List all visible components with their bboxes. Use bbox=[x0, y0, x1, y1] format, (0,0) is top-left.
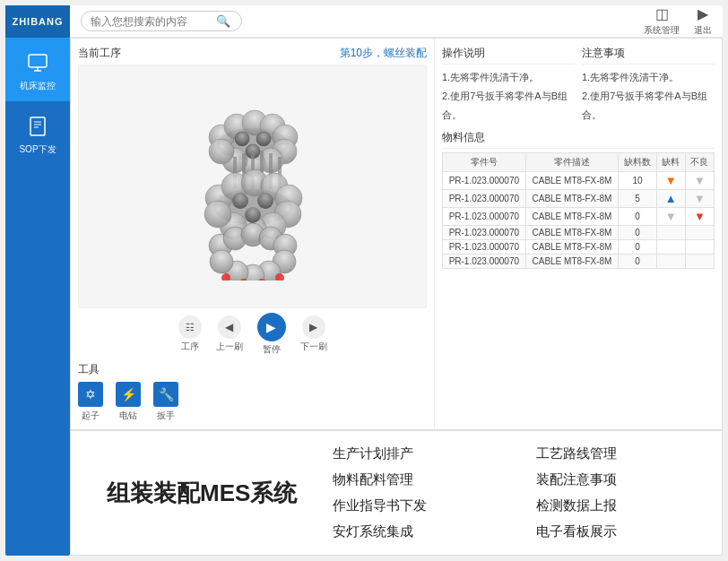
next-icon: ▶ bbox=[302, 315, 325, 339]
cell-part-no: PR-1.023.000070 bbox=[443, 189, 526, 207]
work-label: 工序 bbox=[181, 341, 199, 353]
svg-point-50 bbox=[210, 250, 233, 273]
cell-part-no: PR-1.023.000070 bbox=[443, 225, 526, 239]
table-row: PR-1.023.000070 CABLE MT8-FX-8M 0 bbox=[443, 239, 715, 254]
cell-desc: CABLE MT8-FX-8M bbox=[525, 225, 619, 239]
cell-status2 bbox=[685, 225, 714, 239]
system-manage-btn[interactable]: ◫ 系统管理 bbox=[644, 5, 680, 37]
main-wrapper: 当前工序 第10步，螺丝装配 bbox=[70, 38, 723, 556]
svg-point-18 bbox=[235, 132, 249, 146]
cell-status2: ▼ bbox=[685, 189, 714, 207]
cell-status2: ▼ bbox=[685, 171, 714, 189]
materials-title: 物料信息 bbox=[442, 130, 715, 149]
cell-desc: CABLE MT8-FX-8M bbox=[525, 171, 619, 189]
system-manage-icon: ◫ bbox=[655, 5, 669, 22]
notes-content: 1.先将零件洗清干净。 2.使用7号扳手将零件A与B组合。 bbox=[582, 68, 715, 125]
cell-desc: CABLE MT8-FX-8M bbox=[525, 254, 619, 268]
tools-section: 工具 ✡ 起子 ⚡ 电钻 🔧 扳手 bbox=[78, 362, 427, 422]
process-title: 当前工序 bbox=[78, 46, 121, 61]
table-row: PR-1.023.000070 CABLE MT8-FX-8M 0 bbox=[443, 254, 715, 268]
svg-rect-3 bbox=[30, 117, 45, 135]
ops-line-2: 2.使用7号扳手将零件A与B组合。 bbox=[442, 87, 575, 125]
tool-screwdriver-label: 起子 bbox=[82, 410, 100, 422]
cell-status2: ▼ bbox=[685, 207, 714, 225]
cell-status1: ▲ bbox=[656, 189, 685, 207]
ops-line-1: 1.先将零件洗清干净。 bbox=[442, 68, 575, 87]
operations-section: 操作说明 1.先将零件洗清干净。 2.使用7号扳手将零件A与B组合。 bbox=[442, 46, 575, 125]
wrench-icon: 🔧 bbox=[153, 382, 178, 407]
table-row: PR-1.023.000070 CABLE MT8-FX-8M 0 ▼ ▼ bbox=[443, 207, 715, 225]
screwdriver-icon: ✡ bbox=[78, 382, 103, 407]
feature-4: 作业指导书下发 bbox=[333, 497, 482, 514]
prev-icon: ◀ bbox=[218, 315, 241, 339]
prev-label: 上一刷 bbox=[216, 341, 243, 353]
svg-point-17 bbox=[209, 139, 234, 164]
table-row: PR-1.023.000070 CABLE MT8-FX-8M 0 bbox=[443, 225, 715, 239]
process-image bbox=[78, 65, 427, 308]
next-btn[interactable]: ▶ 下一刷 bbox=[300, 315, 327, 353]
materials-table: 零件号 零件描述 缺料数 缺料 不良 PR-1.023.000070 CABLE… bbox=[442, 152, 715, 269]
notes-line-2: 2.使用7号扳手将零件A与B组合。 bbox=[582, 87, 715, 125]
svg-point-40 bbox=[245, 207, 261, 223]
tool-electric: ⚡ 电钻 bbox=[116, 382, 141, 422]
sidebar-item-sop-download[interactable]: SOP下发 bbox=[5, 101, 70, 165]
machine-svg bbox=[136, 92, 369, 280]
notes-title: 注意事项 bbox=[582, 46, 715, 65]
table-row: PR-1.023.000070 CABLE MT8-FX-8M 10 ▼ ▼ bbox=[443, 171, 715, 189]
cell-desc: CABLE MT8-FX-8M bbox=[525, 189, 619, 207]
sidebar-label-machine-monitor: 机床监控 bbox=[20, 80, 56, 92]
feature-0: 生产计划排产 bbox=[333, 445, 482, 462]
cell-desc: CABLE MT8-FX-8M bbox=[525, 239, 619, 254]
sidebar: ZHIBANG 机床监控 SOP下发 bbox=[5, 5, 70, 556]
bottom-section: 组装装配MES系统 生产计划排产 工艺路线管理 物料配料管理 装配注意事项 作业… bbox=[71, 431, 722, 555]
play-label: 暂停 bbox=[263, 343, 281, 356]
machine-monitor-icon bbox=[25, 50, 50, 75]
col-part-no: 零件号 bbox=[443, 152, 526, 171]
logout-icon: ▶ bbox=[698, 5, 708, 22]
next-label: 下一刷 bbox=[300, 341, 327, 353]
prev-btn[interactable]: ◀ 上一刷 bbox=[216, 315, 243, 353]
tool-screwdriver: ✡ 起子 bbox=[78, 382, 103, 422]
search-input[interactable] bbox=[91, 15, 216, 28]
sidebar-label-sop: SOP下发 bbox=[19, 143, 56, 156]
materials-section: 物料信息 零件号 零件描述 缺料数 缺料 不良 PR-1.023.000070 bbox=[442, 130, 715, 422]
work-btn[interactable]: ☷ 工序 bbox=[178, 315, 202, 353]
right-panel: 操作说明 1.先将零件洗清干净。 2.使用7号扳手将零件A与B组合。 注意事项 … bbox=[435, 39, 722, 429]
svg-point-19 bbox=[256, 132, 271, 146]
cell-status2 bbox=[685, 239, 714, 254]
cell-desc: CABLE MT8-FX-8M bbox=[525, 207, 619, 225]
sidebar-item-machine-monitor[interactable]: 机床监控 bbox=[5, 38, 70, 101]
work-icon: ☷ bbox=[178, 315, 202, 339]
header-actions: ◫ 系统管理 ▶ 退出 bbox=[644, 5, 712, 37]
feature-1: 工艺路线管理 bbox=[536, 445, 686, 462]
search-icon[interactable]: 🔍 bbox=[216, 14, 230, 28]
feature-5: 检测数据上报 bbox=[536, 497, 686, 514]
cell-shortage: 0 bbox=[619, 239, 656, 254]
logout-btn[interactable]: ▶ 退出 bbox=[694, 5, 712, 37]
bottom-title: 组装装配MES系统 bbox=[107, 478, 297, 509]
left-panel: 当前工序 第10步，螺丝装配 bbox=[71, 39, 435, 429]
feature-6: 安灯系统集成 bbox=[333, 523, 482, 540]
header: 🔍 ◫ 系统管理 ▶ 退出 bbox=[70, 5, 723, 38]
notes-section: 注意事项 1.先将零件洗清干净。 2.使用7号扳手将零件A与B组合。 bbox=[582, 46, 715, 125]
cell-status1: ▼ bbox=[656, 171, 685, 189]
cell-status1 bbox=[656, 225, 685, 239]
table-row: PR-1.023.000070 CABLE MT8-FX-8M 5 ▲ ▼ bbox=[443, 189, 715, 207]
cell-part-no: PR-1.023.000070 bbox=[443, 239, 526, 254]
svg-point-38 bbox=[232, 193, 248, 209]
operations-content: 1.先将零件洗清干净。 2.使用7号扳手将零件A与B组合。 bbox=[442, 68, 575, 125]
tool-electric-label: 电钻 bbox=[119, 410, 137, 422]
tool-wrench-label: 扳手 bbox=[157, 410, 175, 422]
tools-title: 工具 bbox=[78, 362, 427, 377]
notes-line-1: 1.先将零件洗清干净。 bbox=[582, 68, 715, 87]
cell-status1: ▼ bbox=[656, 207, 685, 225]
logo-text: ZHIBANG bbox=[12, 16, 63, 27]
feature-2: 物料配料管理 bbox=[333, 471, 482, 488]
cell-shortage: 0 bbox=[619, 254, 656, 268]
cell-part-no: PR-1.023.000070 bbox=[443, 171, 526, 189]
process-header: 当前工序 第10步，螺丝装配 bbox=[78, 46, 427, 61]
tools-list: ✡ 起子 ⚡ 电钻 🔧 扳手 bbox=[78, 382, 427, 422]
cell-part-no: PR-1.023.000070 bbox=[443, 207, 526, 225]
play-btn[interactable]: ▶ 暂停 bbox=[257, 313, 286, 356]
tool-wrench: 🔧 扳手 bbox=[153, 382, 178, 422]
